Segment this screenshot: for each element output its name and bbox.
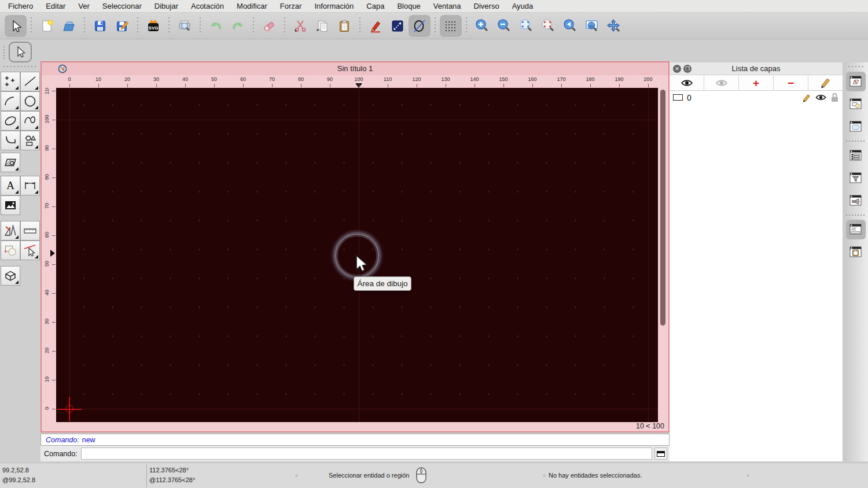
h-ruler-label: 0 (68, 76, 71, 82)
isometric-circle-button[interactable] (409, 15, 431, 37)
grid-toggle-button[interactable] (440, 15, 462, 37)
library-browser-dock-button[interactable] (846, 117, 866, 136)
v-ruler-tick (52, 351, 56, 352)
delete-button[interactable] (258, 15, 280, 37)
polyline-tool[interactable] (1, 131, 20, 150)
redo-icon (230, 19, 245, 34)
h-ruler-tick (417, 84, 417, 87)
h-ruler-label: 80 (298, 76, 304, 82)
copy-button[interactable] (311, 15, 333, 37)
v-ruler-label: 10 (44, 372, 50, 386)
command-detach-button[interactable] (654, 448, 667, 460)
add-layer-button[interactable]: + (739, 75, 774, 90)
menu-item-0[interactable]: Fichero (8, 2, 39, 10)
menu-item-12[interactable]: Diverso (468, 2, 506, 10)
modify-tool[interactable] (20, 241, 40, 260)
menu-item-3[interactable]: Seleccionar (96, 2, 148, 10)
menu-item-5[interactable]: Acotación (185, 2, 230, 10)
menu-item-9[interactable]: Capa (360, 2, 391, 10)
drawing-window-titlebar[interactable]: Sin título 1 (42, 62, 668, 75)
command-input[interactable] (81, 448, 652, 460)
print-preview-button[interactable] (174, 15, 196, 37)
menu-item-11[interactable]: Ventana (427, 2, 468, 10)
h-ruler-label: 180 (586, 76, 594, 82)
text-tool[interactable]: A (1, 176, 20, 195)
zoom-window-button[interactable] (581, 15, 603, 37)
hide-all-layers-button[interactable] (704, 75, 739, 90)
zoom-in-button[interactable] (471, 15, 493, 37)
menu-item-7[interactable]: Forzar (274, 2, 308, 10)
image-tool[interactable] (1, 195, 20, 215)
edit-pencil-icon[interactable] (802, 93, 811, 102)
close-panel-button[interactable]: ✕ (673, 65, 681, 73)
menu-item-2[interactable]: Ver (72, 2, 96, 10)
open-button[interactable] (58, 15, 80, 37)
views-dock-button[interactable] (846, 191, 866, 210)
cad-tools[interactable] (1, 221, 20, 241)
minus-icon: − (788, 77, 794, 88)
menu-item-13[interactable]: Ayuda (506, 2, 540, 10)
clipboard-dock-button[interactable] (846, 242, 866, 262)
save-as-button[interactable] (111, 15, 133, 37)
new-document-button[interactable] (36, 15, 58, 37)
v-ruler-label: 70 (44, 199, 50, 213)
arc-tool[interactable] (1, 91, 20, 111)
menu-item-10[interactable]: Bloque (391, 2, 426, 10)
shapes-tool[interactable] (20, 131, 40, 150)
spline-tool[interactable] (20, 111, 40, 131)
measure-tool[interactable] (20, 221, 40, 241)
dock-handle[interactable] (848, 66, 863, 67)
layer-visible-eye-icon[interactable] (815, 94, 826, 101)
menu-item-8[interactable]: Información (308, 2, 360, 10)
command-line: Comando: (41, 446, 670, 461)
toolbar-handle[interactable] (3, 66, 37, 67)
select-tool-button[interactable] (5, 15, 27, 37)
toolbar-handle[interactable] (3, 46, 5, 59)
redo-button[interactable] (227, 15, 249, 37)
grip-dot (543, 474, 546, 477)
line-tool[interactable] (20, 72, 40, 91)
zoom-out-button[interactable] (493, 15, 515, 37)
float-panel-button[interactable]: ❐ (683, 65, 692, 73)
layer-color-swatch[interactable] (673, 94, 683, 101)
circle-tool[interactable] (20, 91, 40, 111)
attributes-icon (391, 19, 404, 33)
menu-item-6[interactable]: Modificar (230, 2, 274, 10)
remove-layer-button[interactable]: − (774, 75, 808, 90)
block-list-dock-button[interactable] (846, 94, 866, 114)
layer-row[interactable]: 0 (670, 91, 843, 104)
paste-button[interactable] (333, 15, 355, 37)
dimension-tool[interactable] (20, 176, 40, 195)
box-3d-tool[interactable] (1, 266, 20, 286)
drawing-canvas[interactable]: Área de dibujo (56, 88, 658, 422)
text-icon: A (3, 179, 17, 193)
lock-icon[interactable] (830, 93, 839, 102)
entity-list-dock-button[interactable] (846, 146, 866, 165)
undo-icon (208, 19, 223, 34)
zoom-previous-button[interactable] (559, 15, 581, 37)
points-tool[interactable] (1, 72, 20, 91)
ellipse-tool[interactable] (1, 111, 20, 131)
hatch-tool[interactable] (1, 153, 20, 172)
filter-dock-button[interactable] (846, 168, 866, 188)
zoom-auto-button[interactable] (515, 15, 537, 37)
menu-item-4[interactable]: Dibujar (148, 2, 185, 10)
undo-button[interactable] (205, 15, 227, 37)
layer-list-icon (848, 74, 863, 89)
edit-layer-button[interactable] (808, 75, 843, 90)
pen-button[interactable] (365, 15, 387, 37)
layer-list-dock-button[interactable] (846, 72, 866, 91)
select-arrow-tool[interactable] (9, 42, 32, 62)
export-svg-button[interactable]: SVG (142, 15, 164, 37)
command-widget-dock-button[interactable] (846, 220, 866, 239)
menu-item-1[interactable]: Editar (39, 2, 72, 10)
h-ruler-label: 20 (124, 76, 130, 82)
attributes-button[interactable] (387, 15, 409, 37)
vertical-scrollbar[interactable] (660, 90, 665, 326)
selection-region-tool[interactable] (1, 241, 20, 260)
show-all-layers-button[interactable] (670, 75, 704, 90)
zoom-pan-button[interactable] (603, 15, 625, 37)
cut-button[interactable] (289, 15, 311, 37)
zoom-redraw-button[interactable] (537, 15, 559, 37)
save-button[interactable] (89, 15, 111, 37)
